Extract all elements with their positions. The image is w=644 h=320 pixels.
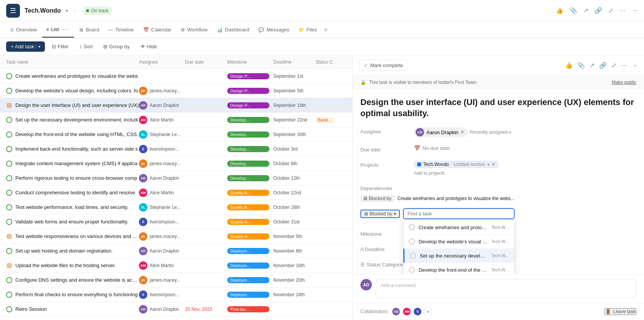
- add-tab-button[interactable]: +: [322, 25, 329, 35]
- expand2-icon[interactable]: ⤢: [611, 62, 616, 69]
- dropdown-task-3: Set up the necessary development environ…: [420, 253, 488, 259]
- table-row[interactable]: Create wireframes and prototypes to visu…: [0, 69, 352, 84]
- tab-workflow[interactable]: ⚙ Workflow: [177, 25, 211, 35]
- close-panel-icon[interactable]: →: [632, 62, 638, 69]
- share-icon[interactable]: ↗: [583, 7, 588, 14]
- like-icon[interactable]: 👍: [565, 62, 573, 69]
- app-icon[interactable]: ☰: [6, 4, 20, 18]
- row-assignee-name: james.macey...: [150, 88, 180, 94]
- dropdown-task-1: Create wireframes and prototypes to visu…: [419, 225, 488, 230]
- row-assignee-name: Aaron Drapkin: [150, 103, 179, 108]
- due-date-value[interactable]: 📅 No due date: [414, 145, 636, 151]
- table-row[interactable]: Implement back-end functionality, such a…: [0, 142, 352, 156]
- table-row[interactable]: Set up the necessary development environ…: [0, 113, 352, 127]
- tab-files[interactable]: 📁 Files: [295, 25, 321, 35]
- dep-type-select[interactable]: ⊠ Blocked by ▾: [360, 210, 400, 218]
- blocked-by-icon-1: ⊠: [363, 196, 367, 201]
- dropdown-item-2[interactable]: Develop the website's visual design, inc…: [403, 235, 514, 249]
- overview-icon: ⊙: [10, 27, 14, 33]
- dep-type-chevron-icon[interactable]: ▾: [394, 211, 396, 217]
- attach-icon[interactable]: 📎: [577, 62, 585, 69]
- table-row[interactable]: Validate web forms and ensure proper fun…: [0, 215, 352, 229]
- project-section-chevron-icon[interactable]: ▾: [487, 162, 489, 167]
- task-text: Set up web hosting and domain registrati…: [15, 248, 113, 254]
- table-row[interactable]: Test website responsiveness on various d…: [0, 229, 352, 244]
- assignee-name: Aaron Drapkin: [426, 130, 458, 135]
- table-row[interactable]: Develop the website's visual design, inc…: [0, 84, 352, 98]
- table-row[interactable]: Develop the front-end of the website usi…: [0, 127, 352, 142]
- thumbs-up-icon[interactable]: 👍: [556, 7, 563, 14]
- share2-icon[interactable]: ↗: [590, 62, 594, 69]
- collab-avatar-1: AD: [391, 307, 401, 316]
- milestone-cell: Post-lau...: [227, 306, 273, 312]
- group-by-button[interactable]: ⊞ Group by: [99, 42, 133, 51]
- table-body: Create wireframes and prototypes to visu…: [0, 69, 352, 320]
- tab-overview[interactable]: ⊙ Overview: [6, 25, 41, 35]
- link2-icon[interactable]: 🔗: [599, 62, 607, 69]
- task-text: Develop the website's visual design, inc…: [15, 88, 138, 94]
- tab-messages[interactable]: 💬 Messages: [254, 25, 293, 35]
- tab-list[interactable]: ≡ List ⋯: [42, 22, 74, 38]
- table-row[interactable]: Perform final checks to ensure everythin…: [0, 287, 352, 302]
- make-public-button[interactable]: Make public: [612, 80, 636, 85]
- tab-board-label: Board: [86, 27, 99, 33]
- expand-icon[interactable]: ⤢: [608, 7, 613, 14]
- table-row[interactable]: Perform rigorous testing to ensure cross…: [0, 171, 352, 185]
- milestone-badge: Quality A...: [227, 190, 269, 196]
- projects-value: Tech.Wondo Untitled section ▾ ✕ Add to p…: [414, 161, 636, 176]
- star-icon[interactable]: ☆: [73, 8, 78, 14]
- right-panel-header: ✓ Mark complete 👍 📎 ↗ 🔗 ⤢ ⋯ →: [353, 55, 644, 76]
- table-row[interactable]: Upload the website files to the hosting …: [0, 258, 352, 273]
- attachment-icon[interactable]: 📎: [570, 7, 577, 14]
- table-row[interactable]: Integrate content management system (CMS…: [0, 156, 352, 171]
- project-chevron-icon[interactable]: ▾: [66, 8, 68, 13]
- detail-body[interactable]: Assignee AD Aaron Drapkin ✕ Recently ass…: [353, 123, 644, 274]
- hide-button[interactable]: 👁 Hide: [137, 42, 161, 51]
- table-row[interactable]: Retro Session AD Aaron Drapkin 20 Nov, 2…: [0, 302, 352, 317]
- dep-type-1[interactable]: ⊠ Blocked by: [360, 195, 395, 202]
- table-row[interactable]: Configure DNS settings and ensure the we…: [0, 273, 352, 287]
- sort-button[interactable]: ↕ Sort: [76, 42, 96, 51]
- find-task-input[interactable]: [403, 208, 515, 219]
- remove-project-button[interactable]: ✕: [492, 162, 495, 167]
- dep-row-1: ⊠ Blocked by Create wireframes and proto…: [360, 193, 515, 204]
- tab-board[interactable]: ⊞ Board: [76, 25, 103, 35]
- hide-label: Hide: [147, 44, 157, 49]
- link-icon[interactable]: 🔗: [594, 7, 602, 14]
- more-icon[interactable]: ⋯: [619, 7, 626, 14]
- table-row[interactable]: Test website performance, load times, an…: [0, 200, 352, 215]
- tab-timeline[interactable]: — Timeline: [104, 25, 138, 35]
- remove-assignee-button[interactable]: ✕: [461, 130, 464, 135]
- add-task-button[interactable]: + Add task ▾: [6, 41, 45, 52]
- dependencies-row: Dependencies ⊠ Blocked by Create wirefra…: [360, 180, 636, 226]
- dropdown-item-4[interactable]: Develop the front-end of the website usi…: [403, 263, 514, 274]
- table-row[interactable]: Conduct comprehensive testing to identif…: [0, 185, 352, 200]
- mark-complete-button[interactable]: ✓ Mark complete: [359, 60, 408, 71]
- table-row[interactable]: Design the user interface (UI) and user …: [0, 98, 352, 113]
- leave-task-button[interactable]: 🚪 Leave task: [604, 308, 636, 315]
- tab-more-icon[interactable]: ⋯: [61, 24, 70, 34]
- assignee-tag[interactable]: AD Aaron Drapkin ✕: [414, 127, 467, 137]
- table-row[interactable]: Set up web hosting and domain registrati…: [0, 244, 352, 258]
- dropdown-item-1[interactable]: Create wireframes and prototypes to visu…: [403, 220, 514, 235]
- filter-button[interactable]: ⊟ Filter: [48, 42, 73, 51]
- project-tag[interactable]: Tech.Wondo Untitled section ▾ ✕: [414, 161, 499, 168]
- row-avatar: AD: [139, 101, 147, 110]
- header-actions-right: 👍 📎 ↗ 🔗 ⤢ ⋯ →: [565, 62, 638, 69]
- dep-task-1: Create wireframes and prototypes to visu…: [398, 196, 515, 201]
- more2-icon[interactable]: ⋯: [621, 62, 627, 69]
- status-badge[interactable]: On track: [82, 7, 112, 15]
- tab-calendar[interactable]: 📅 Calendar: [139, 25, 175, 35]
- no-due-date[interactable]: 📅 No due date: [414, 145, 450, 151]
- tab-dashboard[interactable]: 📊 Dashboard: [213, 25, 253, 35]
- add-task-chevron-icon[interactable]: ▾: [36, 44, 40, 49]
- add-collaborator-button[interactable]: +: [424, 307, 432, 316]
- messages-icon: 💬: [258, 27, 264, 33]
- calendar-small-icon: 📅: [414, 145, 420, 151]
- dropdown-item-3[interactable]: Set up the necessary development environ…: [403, 249, 514, 263]
- arrow-right-icon[interactable]: →: [632, 7, 638, 14]
- add-to-projects-button[interactable]: Add to projects: [414, 171, 445, 176]
- comment-input[interactable]: Add a comment: [376, 279, 636, 298]
- tab-workflow-label: Workflow: [187, 27, 208, 33]
- visibility-bar: 🔒 This task is visible to members of Iso…: [353, 76, 644, 89]
